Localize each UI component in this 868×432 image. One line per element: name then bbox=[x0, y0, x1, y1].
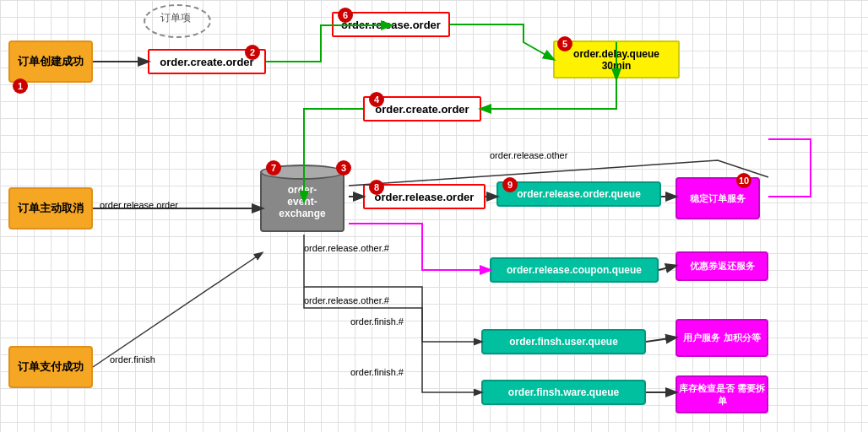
badge-4: 4 bbox=[369, 92, 384, 107]
badge-6: 6 bbox=[338, 8, 353, 23]
label-order-finish-hash2: order.finish.# bbox=[350, 367, 404, 377]
node-exchange-container: order-event-exchange bbox=[260, 165, 349, 239]
svg-line-8 bbox=[93, 253, 262, 367]
node-order-payment: 订单支付成功 bbox=[8, 346, 93, 388]
badge-7: 7 bbox=[266, 160, 281, 176]
node-order-release-order-queue: order.release.order.queue bbox=[496, 181, 661, 207]
node-order-created: 订单创建成功 bbox=[8, 40, 93, 83]
node-ware-service: 库存检查是否 需要拆单 bbox=[675, 375, 768, 413]
badge-3: 3 bbox=[336, 160, 351, 176]
badge-1: 1 bbox=[13, 78, 28, 94]
node-order-finish-ware-queue: order.finsh.ware.queue bbox=[481, 380, 646, 405]
label-order-finish-hash1: order.finish.# bbox=[350, 316, 404, 327]
node-coupon-service: 优惠券返还服务 bbox=[675, 251, 768, 281]
label-order-release-other: order.release.other bbox=[490, 150, 567, 160]
badge-8: 8 bbox=[369, 180, 384, 195]
label-order-release-other-hash1: order.release.other.# bbox=[304, 243, 389, 253]
svg-line-6 bbox=[646, 338, 675, 342]
badge-5: 5 bbox=[557, 36, 572, 51]
label-order-release-order: order.release.order bbox=[100, 200, 178, 210]
node-order-finish-user-queue: order.finsh.user.queue bbox=[481, 329, 646, 354]
node-exchange: order-event-exchange bbox=[260, 171, 344, 232]
diagram-container: order.release.order order.release.other … bbox=[0, 0, 868, 432]
badge-9: 9 bbox=[502, 177, 518, 192]
node-order-release-coupon-queue: order.release.coupon.queue bbox=[490, 257, 659, 283]
svg-line-5 bbox=[659, 266, 675, 270]
oval-label: 订单项 bbox=[160, 11, 191, 25]
node-user-service: 用户服务 加积分等 bbox=[675, 319, 768, 357]
badge-10: 10 bbox=[736, 173, 751, 188]
label-order-finish: order.finish bbox=[110, 354, 155, 364]
node-order-cancel: 订单主动取消 bbox=[8, 187, 93, 230]
badge-2: 2 bbox=[245, 45, 260, 60]
label-order-release-other-hash2: order.release.other.# bbox=[304, 295, 389, 305]
